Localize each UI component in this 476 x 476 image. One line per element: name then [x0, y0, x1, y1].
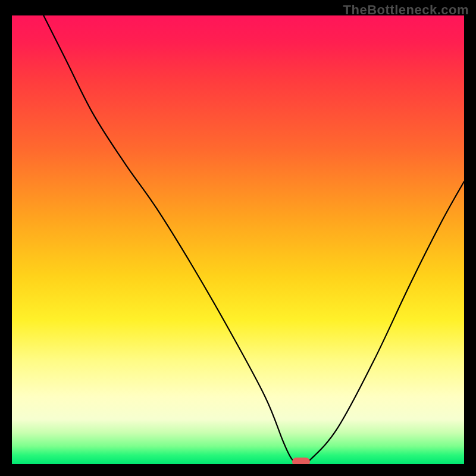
- chart-frame: TheBottleneck.com: [0, 0, 476, 476]
- plot-area: [12, 15, 464, 464]
- bottleneck-curve: [12, 15, 464, 464]
- watermark-text: TheBottleneck.com: [343, 2, 469, 18]
- optimum-marker: [292, 458, 310, 464]
